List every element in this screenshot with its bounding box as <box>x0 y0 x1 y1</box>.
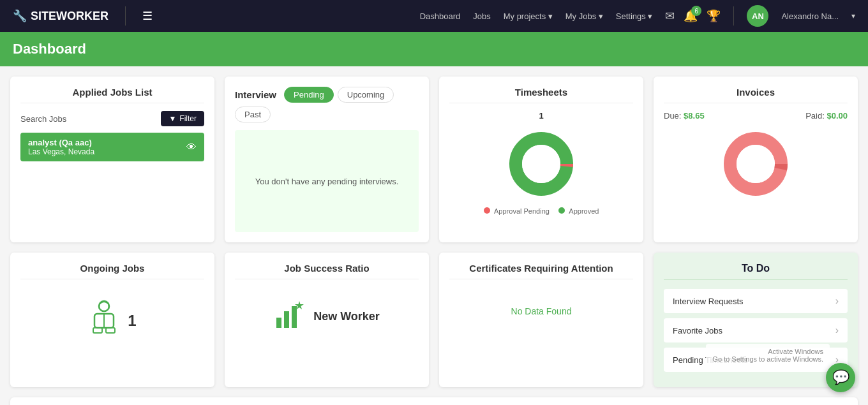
worker-svg <box>88 300 120 335</box>
navbar: 🔧 SITEWORKER ☰ Dashboard Jobs My project… <box>0 0 868 32</box>
interview-empty-message: You don't have any pending interviews. <box>255 177 399 186</box>
todo-interview-label: Interview Requests <box>673 297 744 306</box>
timesheets-card: Timesheets 1 Approval Pending <box>439 77 643 242</box>
logo[interactable]: 🔧 SITEWORKER <box>13 9 108 23</box>
due-text: Due: <box>664 111 681 121</box>
todo-card: To Do Interview Requests › Favorite Jobs… <box>654 253 858 387</box>
row-1: Applied Jobs List Search Jobs ▼ Filter a… <box>10 77 858 242</box>
tab-past[interactable]: Past <box>235 107 271 122</box>
todo-arrow-favorite: › <box>835 325 839 336</box>
row-2: Ongoing Jobs 1 Job Success <box>10 253 858 387</box>
applied-jobs-card: Applied Jobs List Search Jobs ▼ Filter a… <box>10 77 214 242</box>
svg-point-1 <box>522 145 560 183</box>
navbar-icons: ✉ 🔔 6 🏆 <box>665 9 721 23</box>
invoices-title: Invoices <box>664 87 848 103</box>
success-label: New Worker <box>313 310 380 323</box>
windows-line1: Activate Windows <box>712 348 823 355</box>
worker-icon <box>88 300 120 341</box>
interview-empty-state: You don't have any pending interviews. <box>235 130 419 232</box>
legend-approved-label: Approved <box>569 207 599 215</box>
page-title: Dashboard <box>13 41 86 57</box>
paid-amount: $0.00 <box>827 111 848 121</box>
svg-rect-13 <box>292 306 297 328</box>
notifications-icon[interactable]: 🔔 6 <box>684 9 698 23</box>
filter-icon: ▼ <box>168 114 176 123</box>
paid-text: Paid: <box>805 111 825 121</box>
legend-approval-pending: Approval Pending <box>484 207 550 215</box>
windows-overlay: Activate Windows Go to Settings to activ… <box>706 344 830 367</box>
messages-icon[interactable]: ✉ <box>665 9 675 23</box>
job-item-location: Las Vegas, Nevada <box>28 147 94 156</box>
filter-label: Filter <box>179 114 197 123</box>
job-item-text: analyst (Qa aac) Las Vegas, Nevada <box>28 138 94 156</box>
locations-title: Locations <box>20 400 68 405</box>
paid-label: Paid: $0.00 <box>805 111 848 121</box>
username-chevron[interactable]: ▾ <box>851 11 855 20</box>
chart-icon <box>274 300 306 334</box>
invoices-donut-chart <box>717 126 794 202</box>
ongoing-jobs-card: Ongoing Jobs 1 <box>10 253 214 387</box>
certificates-title: Certificates Requiring Attention <box>449 263 633 279</box>
legend-approved: Approved <box>558 207 599 215</box>
invoices-donut-container <box>664 126 848 202</box>
invoices-card: Invoices Due: $8.65 Paid: $0.00 <box>654 77 858 242</box>
todo-item-favorite[interactable]: Favorite Jobs › <box>664 318 848 342</box>
nav-myjobs[interactable]: My Jobs ▾ <box>565 11 603 21</box>
job-item[interactable]: analyst (Qa aac) Las Vegas, Nevada 👁 <box>20 133 204 161</box>
legend-pending-label: Approval Pending <box>494 207 550 215</box>
job-item-name: analyst (Qa aac) <box>28 138 94 147</box>
filter-button[interactable]: ▼ Filter <box>161 111 204 126</box>
nav-settings[interactable]: Settings ▾ <box>616 11 653 21</box>
locations-card: Locations <box>10 397 858 405</box>
timesheets-donut-container: 1 Approval Pending Appro <box>449 111 633 215</box>
svg-rect-12 <box>284 311 289 328</box>
success-svg <box>274 300 306 332</box>
certificates-card: Certificates Requiring Attention No Data… <box>439 253 643 387</box>
hamburger-menu[interactable]: ☰ <box>142 9 153 23</box>
interview-tabs: Interview Pending Upcoming Past <box>235 87 419 122</box>
no-data-message: No Data Found <box>449 287 633 335</box>
chat-button[interactable]: 💬 <box>826 363 855 392</box>
search-label: Search Jobs <box>20 114 66 124</box>
interview-card: Interview Pending Upcoming Past You don'… <box>225 77 429 242</box>
invoices-amounts-row: Due: $8.65 Paid: $0.00 <box>664 111 848 121</box>
ongoing-jobs-title: Ongoing Jobs <box>20 263 204 279</box>
interview-title: Interview <box>235 89 276 100</box>
worker-info: 1 <box>20 287 204 354</box>
search-filter-row: Search Jobs ▼ Filter <box>20 111 204 126</box>
windows-line2: Go to Settings to activate Windows. <box>712 355 823 363</box>
user-avatar[interactable]: AN <box>747 5 768 27</box>
tab-pending[interactable]: Pending <box>284 87 334 103</box>
todo-item-interview[interactable]: Interview Requests › <box>664 289 848 313</box>
todo-favorite-label: Favorite Jobs <box>673 326 722 335</box>
nav-divider <box>125 6 126 26</box>
nav-jobs[interactable]: Jobs <box>473 11 490 21</box>
timesheets-donut-chart <box>503 126 580 202</box>
trophy-icon[interactable]: 🏆 <box>707 9 721 23</box>
success-info: New Worker <box>235 287 419 346</box>
todo-title: To Do <box>664 263 848 280</box>
nav-dashboard[interactable]: Dashboard <box>420 11 461 21</box>
tab-upcoming[interactable]: Upcoming <box>338 87 394 103</box>
avatar-divider <box>733 6 734 26</box>
legend-approved-dot <box>558 207 565 214</box>
job-success-card: Job Success Ratio New Worker <box>225 253 429 387</box>
due-amount: $8.65 <box>684 111 705 121</box>
notification-badge: 6 <box>691 6 701 16</box>
dashboard-header: Dashboard <box>0 32 868 66</box>
nav-myprojects[interactable]: My projects ▾ <box>504 11 553 21</box>
timesheets-title: Timesheets <box>449 87 633 103</box>
logo-text: SITEWORKER <box>31 10 108 23</box>
legend-pending-dot <box>484 207 490 214</box>
job-success-title: Job Success Ratio <box>235 263 419 279</box>
username-label[interactable]: Alexandro Na... <box>781 11 839 21</box>
timesheets-legend: Approval Pending Approved <box>484 207 599 215</box>
ongoing-count: 1 <box>128 312 136 330</box>
timesheets-count: 1 <box>539 111 543 121</box>
navbar-center: Dashboard Jobs My projects ▾ My Jobs ▾ S… <box>420 5 855 27</box>
logo-icon: 🔧 <box>13 9 27 23</box>
svg-rect-11 <box>276 318 281 328</box>
eye-icon[interactable]: 👁 <box>186 142 197 153</box>
svg-point-4 <box>737 145 775 183</box>
due-label: Due: $8.65 <box>664 111 705 121</box>
